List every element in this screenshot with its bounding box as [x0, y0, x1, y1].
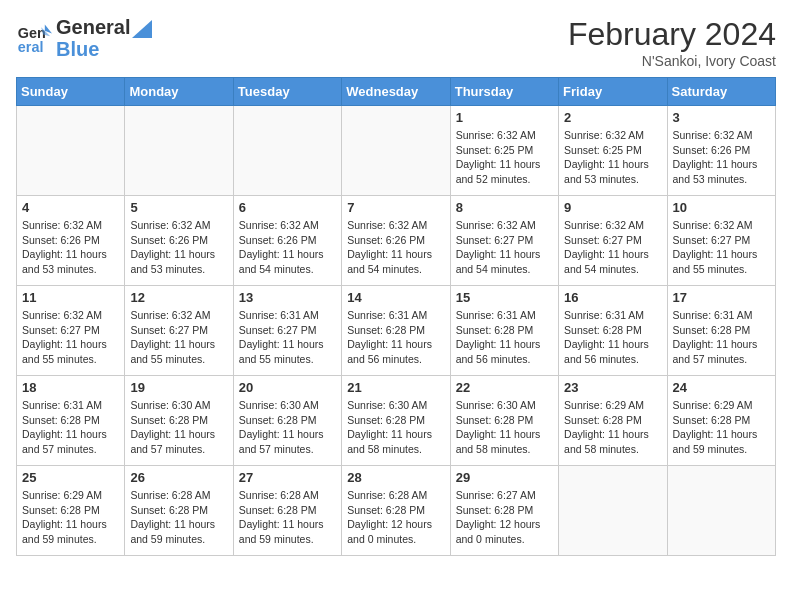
calendar-cell: 5Sunrise: 6:32 AMSunset: 6:26 PMDaylight… — [125, 196, 233, 286]
weekday-header-saturday: Saturday — [667, 78, 775, 106]
day-number: 9 — [564, 200, 661, 215]
day-number: 7 — [347, 200, 444, 215]
location-subtitle: N'Sankoi, Ivory Coast — [568, 53, 776, 69]
day-number: 4 — [22, 200, 119, 215]
calendar-cell: 15Sunrise: 6:31 AMSunset: 6:28 PMDayligh… — [450, 286, 558, 376]
logo-line1: General — [56, 16, 152, 38]
calendar-cell: 4Sunrise: 6:32 AMSunset: 6:26 PMDaylight… — [17, 196, 125, 286]
weekday-header-monday: Monday — [125, 78, 233, 106]
calendar-cell: 17Sunrise: 6:31 AMSunset: 6:28 PMDayligh… — [667, 286, 775, 376]
svg-marker-4 — [132, 20, 152, 38]
day-info: Sunrise: 6:29 AMSunset: 6:28 PMDaylight:… — [22, 488, 119, 547]
day-number: 3 — [673, 110, 770, 125]
calendar-cell: 25Sunrise: 6:29 AMSunset: 6:28 PMDayligh… — [17, 466, 125, 556]
calendar-cell: 16Sunrise: 6:31 AMSunset: 6:28 PMDayligh… — [559, 286, 667, 376]
day-info: Sunrise: 6:31 AMSunset: 6:27 PMDaylight:… — [239, 308, 336, 367]
day-info: Sunrise: 6:32 AMSunset: 6:27 PMDaylight:… — [564, 218, 661, 277]
calendar-cell: 6Sunrise: 6:32 AMSunset: 6:26 PMDaylight… — [233, 196, 341, 286]
logo-icon: Gen eral — [16, 20, 52, 56]
day-number: 8 — [456, 200, 553, 215]
day-number: 21 — [347, 380, 444, 395]
calendar-cell: 11Sunrise: 6:32 AMSunset: 6:27 PMDayligh… — [17, 286, 125, 376]
day-info: Sunrise: 6:32 AMSunset: 6:26 PMDaylight:… — [22, 218, 119, 277]
day-number: 17 — [673, 290, 770, 305]
calendar-cell: 2Sunrise: 6:32 AMSunset: 6:25 PMDaylight… — [559, 106, 667, 196]
day-number: 15 — [456, 290, 553, 305]
day-number: 6 — [239, 200, 336, 215]
calendar-cell: 3Sunrise: 6:32 AMSunset: 6:26 PMDaylight… — [667, 106, 775, 196]
day-number: 14 — [347, 290, 444, 305]
day-number: 28 — [347, 470, 444, 485]
day-info: Sunrise: 6:32 AMSunset: 6:26 PMDaylight:… — [347, 218, 444, 277]
day-info: Sunrise: 6:32 AMSunset: 6:26 PMDaylight:… — [130, 218, 227, 277]
day-info: Sunrise: 6:30 AMSunset: 6:28 PMDaylight:… — [456, 398, 553, 457]
day-number: 2 — [564, 110, 661, 125]
calendar-cell: 24Sunrise: 6:29 AMSunset: 6:28 PMDayligh… — [667, 376, 775, 466]
day-number: 13 — [239, 290, 336, 305]
calendar-cell: 18Sunrise: 6:31 AMSunset: 6:28 PMDayligh… — [17, 376, 125, 466]
day-info: Sunrise: 6:31 AMSunset: 6:28 PMDaylight:… — [347, 308, 444, 367]
day-number: 12 — [130, 290, 227, 305]
calendar-cell: 22Sunrise: 6:30 AMSunset: 6:28 PMDayligh… — [450, 376, 558, 466]
day-info: Sunrise: 6:28 AMSunset: 6:28 PMDaylight:… — [130, 488, 227, 547]
week-row-5: 25Sunrise: 6:29 AMSunset: 6:28 PMDayligh… — [17, 466, 776, 556]
day-info: Sunrise: 6:32 AMSunset: 6:26 PMDaylight:… — [673, 128, 770, 187]
day-info: Sunrise: 6:27 AMSunset: 6:28 PMDaylight:… — [456, 488, 553, 547]
day-number: 20 — [239, 380, 336, 395]
calendar-cell: 14Sunrise: 6:31 AMSunset: 6:28 PMDayligh… — [342, 286, 450, 376]
day-number: 26 — [130, 470, 227, 485]
week-row-2: 4Sunrise: 6:32 AMSunset: 6:26 PMDaylight… — [17, 196, 776, 286]
day-info: Sunrise: 6:32 AMSunset: 6:27 PMDaylight:… — [130, 308, 227, 367]
logo: Gen eral General Blue — [16, 16, 152, 60]
day-number: 25 — [22, 470, 119, 485]
page-header: Gen eral General Blue February 2024 N'Sa… — [16, 16, 776, 69]
day-info: Sunrise: 6:31 AMSunset: 6:28 PMDaylight:… — [673, 308, 770, 367]
day-info: Sunrise: 6:30 AMSunset: 6:28 PMDaylight:… — [239, 398, 336, 457]
calendar-cell — [233, 106, 341, 196]
day-info: Sunrise: 6:32 AMSunset: 6:27 PMDaylight:… — [456, 218, 553, 277]
calendar-cell: 1Sunrise: 6:32 AMSunset: 6:25 PMDaylight… — [450, 106, 558, 196]
calendar-cell — [342, 106, 450, 196]
svg-text:eral: eral — [18, 39, 44, 55]
calendar-cell: 13Sunrise: 6:31 AMSunset: 6:27 PMDayligh… — [233, 286, 341, 376]
day-info: Sunrise: 6:31 AMSunset: 6:28 PMDaylight:… — [456, 308, 553, 367]
day-info: Sunrise: 6:29 AMSunset: 6:28 PMDaylight:… — [673, 398, 770, 457]
week-row-4: 18Sunrise: 6:31 AMSunset: 6:28 PMDayligh… — [17, 376, 776, 466]
day-number: 27 — [239, 470, 336, 485]
day-number: 22 — [456, 380, 553, 395]
day-number: 10 — [673, 200, 770, 215]
day-number: 11 — [22, 290, 119, 305]
day-number: 1 — [456, 110, 553, 125]
weekday-header-friday: Friday — [559, 78, 667, 106]
weekday-header-tuesday: Tuesday — [233, 78, 341, 106]
day-number: 16 — [564, 290, 661, 305]
day-number: 29 — [456, 470, 553, 485]
day-number: 18 — [22, 380, 119, 395]
week-row-1: 1Sunrise: 6:32 AMSunset: 6:25 PMDaylight… — [17, 106, 776, 196]
day-info: Sunrise: 6:32 AMSunset: 6:26 PMDaylight:… — [239, 218, 336, 277]
week-row-3: 11Sunrise: 6:32 AMSunset: 6:27 PMDayligh… — [17, 286, 776, 376]
day-info: Sunrise: 6:32 AMSunset: 6:27 PMDaylight:… — [22, 308, 119, 367]
weekday-header-thursday: Thursday — [450, 78, 558, 106]
day-info: Sunrise: 6:32 AMSunset: 6:27 PMDaylight:… — [673, 218, 770, 277]
day-info: Sunrise: 6:31 AMSunset: 6:28 PMDaylight:… — [564, 308, 661, 367]
day-info: Sunrise: 6:29 AMSunset: 6:28 PMDaylight:… — [564, 398, 661, 457]
calendar-cell — [17, 106, 125, 196]
day-info: Sunrise: 6:28 AMSunset: 6:28 PMDaylight:… — [347, 488, 444, 547]
calendar-cell: 10Sunrise: 6:32 AMSunset: 6:27 PMDayligh… — [667, 196, 775, 286]
calendar-cell: 28Sunrise: 6:28 AMSunset: 6:28 PMDayligh… — [342, 466, 450, 556]
day-info: Sunrise: 6:31 AMSunset: 6:28 PMDaylight:… — [22, 398, 119, 457]
month-title: February 2024 — [568, 16, 776, 53]
title-area: February 2024 N'Sankoi, Ivory Coast — [568, 16, 776, 69]
calendar-cell: 26Sunrise: 6:28 AMSunset: 6:28 PMDayligh… — [125, 466, 233, 556]
day-info: Sunrise: 6:32 AMSunset: 6:25 PMDaylight:… — [456, 128, 553, 187]
calendar-cell: 23Sunrise: 6:29 AMSunset: 6:28 PMDayligh… — [559, 376, 667, 466]
calendar-cell — [559, 466, 667, 556]
calendar-cell: 20Sunrise: 6:30 AMSunset: 6:28 PMDayligh… — [233, 376, 341, 466]
day-number: 23 — [564, 380, 661, 395]
day-info: Sunrise: 6:30 AMSunset: 6:28 PMDaylight:… — [130, 398, 227, 457]
calendar-cell: 8Sunrise: 6:32 AMSunset: 6:27 PMDaylight… — [450, 196, 558, 286]
day-number: 19 — [130, 380, 227, 395]
calendar-table: SundayMondayTuesdayWednesdayThursdayFrid… — [16, 77, 776, 556]
calendar-cell: 12Sunrise: 6:32 AMSunset: 6:27 PMDayligh… — [125, 286, 233, 376]
